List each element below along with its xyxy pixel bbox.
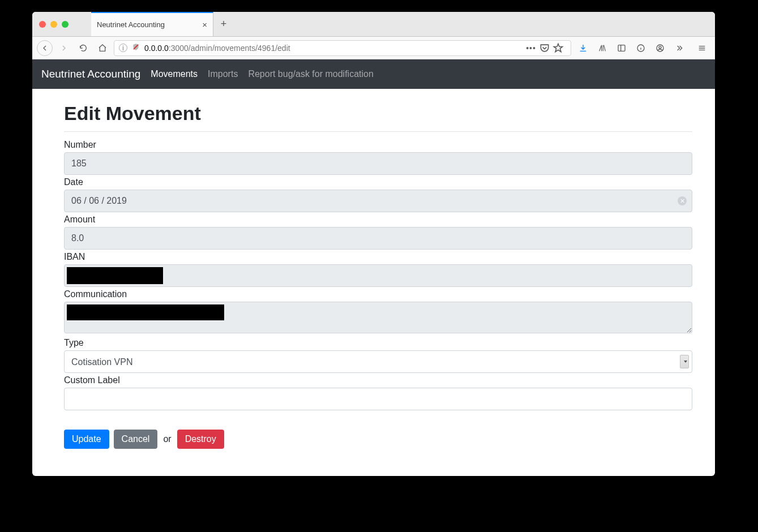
library-icon	[598, 44, 607, 53]
account-button[interactable]	[652, 40, 669, 56]
window-zoom-button[interactable]	[62, 21, 68, 28]
page-actions-icon[interactable]: •••	[525, 42, 537, 54]
label-amount: Amount	[64, 214, 692, 225]
label-custom-label: Custom Label	[64, 375, 692, 385]
download-icon	[579, 44, 588, 53]
page-title: Edit Movement	[64, 102, 692, 125]
field-amount: Amount	[64, 214, 692, 250]
toolbar-right	[575, 40, 710, 56]
select-type[interactable]: Cotisation VPN	[64, 350, 692, 373]
nav-link-report-bug[interactable]: Report bug/ask for modification	[248, 69, 373, 79]
new-tab-button[interactable]: +	[213, 12, 234, 36]
reload-button[interactable]	[75, 40, 91, 56]
svg-point-7	[659, 46, 661, 48]
field-communication: Communication	[64, 289, 692, 336]
account-icon	[656, 44, 665, 53]
label-iban: IBAN	[64, 252, 692, 262]
url-host: 0.0.0.0	[144, 44, 169, 53]
input-date[interactable]	[64, 190, 692, 212]
update-button[interactable]: Update	[64, 430, 109, 449]
nav-forward-button[interactable]	[56, 40, 72, 56]
sidebar-icon	[617, 44, 626, 53]
cancel-button[interactable]: Cancel	[114, 430, 158, 449]
home-icon	[98, 44, 107, 53]
tracking-shield-icon[interactable]	[132, 43, 140, 53]
library-button[interactable]	[594, 40, 611, 56]
bookmark-star-icon[interactable]	[553, 42, 564, 54]
communication-redaction	[67, 304, 224, 320]
overflow-button[interactable]	[671, 40, 688, 56]
browser-window: Neutrinet Accounting × + i 0.0.0.0:3000/…	[32, 12, 715, 476]
address-bar[interactable]: i 0.0.0.0:3000/admin/movements/4961/edit…	[114, 40, 571, 56]
input-number[interactable]	[64, 152, 692, 175]
window-close-button[interactable]	[39, 21, 46, 28]
navbar-brand[interactable]: Neutrinet Accounting	[41, 68, 140, 80]
arrow-right-icon	[59, 44, 68, 53]
arrow-left-icon	[40, 44, 49, 53]
field-number: Number	[64, 140, 692, 175]
url-text: 0.0.0.0:3000/admin/movements/4961/edit	[144, 44, 521, 53]
label-number: Number	[64, 140, 692, 150]
address-bar-actions: •••	[525, 42, 566, 54]
browser-tab-active[interactable]: Neutrinet Accounting ×	[91, 12, 213, 36]
nav-link-movements[interactable]: Movements	[151, 69, 198, 79]
downloads-button[interactable]	[575, 40, 592, 56]
nav-link-imports[interactable]: Imports	[208, 69, 238, 79]
app-menu-button[interactable]	[693, 40, 710, 56]
traffic-lights	[32, 12, 91, 36]
url-path: :3000/admin/movements/4961/edit	[169, 44, 290, 53]
circle-info-icon	[636, 44, 645, 53]
label-type: Type	[64, 338, 692, 348]
window-minimize-button[interactable]	[50, 21, 57, 28]
label-communication: Communication	[64, 289, 692, 299]
svg-rect-1	[618, 45, 625, 51]
extension-a-button[interactable]	[632, 40, 649, 56]
input-custom-label[interactable]	[64, 388, 692, 410]
home-button[interactable]	[95, 40, 110, 56]
form-actions: Update Cancel or Destroy	[64, 430, 692, 449]
iban-redaction	[67, 267, 163, 284]
field-date: Date ✕	[64, 177, 692, 212]
page-content: Edit Movement Number Date ✕ Amount IBAN	[32, 89, 715, 466]
chevron-double-right-icon	[675, 44, 684, 53]
sidebar-button[interactable]	[613, 40, 630, 56]
title-separator	[64, 131, 692, 132]
window-titlebar: Neutrinet Accounting × +	[32, 12, 715, 37]
tab-close-icon[interactable]: ×	[199, 20, 207, 29]
field-iban: IBAN	[64, 252, 692, 287]
pocket-icon[interactable]	[539, 42, 550, 54]
field-type: Type Cotisation VPN	[64, 338, 692, 373]
date-clear-icon[interactable]: ✕	[678, 196, 687, 205]
or-text: or	[162, 434, 172, 444]
hamburger-icon	[697, 44, 706, 53]
site-info-icon[interactable]: i	[119, 44, 127, 52]
label-date: Date	[64, 177, 692, 187]
destroy-button[interactable]: Destroy	[177, 430, 224, 449]
nav-back-button[interactable]	[37, 40, 53, 56]
reload-icon	[79, 44, 88, 53]
browser-toolbar: i 0.0.0.0:3000/admin/movements/4961/edit…	[32, 37, 715, 59]
field-custom-label: Custom Label	[64, 375, 692, 410]
browser-tab-label: Neutrinet Accounting	[97, 20, 199, 29]
input-amount[interactable]	[64, 227, 692, 250]
app-navbar: Neutrinet Accounting Movements Imports R…	[32, 59, 715, 89]
